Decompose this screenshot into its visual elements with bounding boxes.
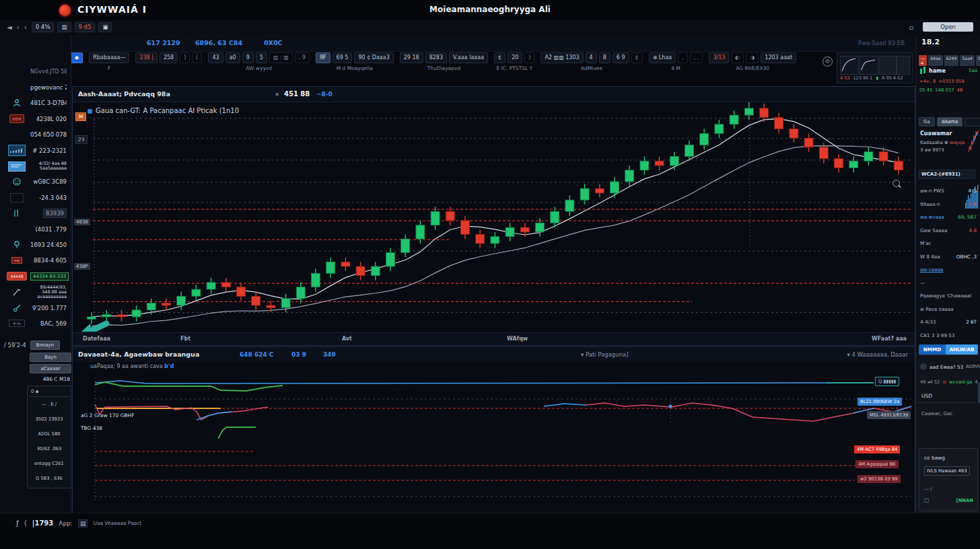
cta-button[interactable]: NMMD AHLW/AB — [919, 344, 978, 355]
candle-body[interactable] — [177, 296, 186, 305]
candle-body[interactable] — [386, 253, 395, 266]
detail-row-9[interactable]: w Pava oaaaa — [920, 303, 977, 316]
price-badge-0[interactable]: Q ▮▮▮▮▮ — [875, 377, 899, 386]
candle-body[interactable] — [551, 211, 559, 223]
right-panel-subtab-1[interactable]: dAama — [937, 117, 963, 126]
lower-left-row-1[interactable]: 3502 23923 — [29, 412, 69, 427]
price-badge-4[interactable]: 4M Agqqqaal BK — [855, 460, 899, 468]
sidebar-item-13[interactable]: 4444844334 63-333 — [0, 268, 71, 284]
price-badge-3[interactable]: 4M AC7 498qa 84 — [854, 445, 900, 453]
candle-body[interactable] — [147, 303, 155, 310]
toolbar-button[interactable]: 8 — [599, 52, 610, 63]
candle-body[interactable] — [117, 315, 126, 317]
price-badge-2[interactable]: MSL 49313/8139 — [867, 411, 911, 419]
candle-body[interactable] — [296, 287, 305, 299]
candle-body[interactable] — [595, 188, 604, 193]
nav-open-button[interactable]: Open — [923, 22, 973, 32]
toolbar-button[interactable]: ) — [180, 52, 190, 63]
candle-body[interactable] — [640, 161, 649, 170]
candle-body[interactable] — [580, 188, 589, 200]
detail-row-6[interactable]: aw-caaaa — [920, 263, 977, 277]
toolbar-button[interactable]: , . — [690, 52, 703, 63]
candle-body[interactable] — [670, 156, 678, 166]
toolbar-button[interactable]: 5 — [256, 52, 267, 63]
sidebar-item-14[interactable]: 89/4444/93, 348-88 aaa avaaaaaaaaa — [0, 284, 71, 299]
lower-left-button-2[interactable]: aCaaaar — [30, 364, 71, 373]
sidebar-item-16[interactable]: 4 mBAC, 569 — [0, 316, 71, 331]
cta-right-label[interactable]: AHLW/AB — [946, 344, 978, 355]
right-panel-tab-1[interactable]: 64aa — [928, 55, 942, 66]
candle-body[interactable] — [864, 152, 873, 161]
candle-body[interactable] — [267, 305, 275, 307]
toolbar-button[interactable]: a0 — [225, 52, 240, 63]
candle-body[interactable] — [655, 161, 664, 166]
candle-body[interactable] — [102, 315, 111, 317]
sidebar-item-1[interactable]: pgewovanc 2.88-4 ❙ — [0, 79, 71, 95]
toolbar-button[interactable]: V.aaa laaaa — [449, 52, 488, 63]
candle-body[interactable] — [192, 289, 201, 296]
watch-row-3[interactable]: 05 45548 0174B — [919, 87, 977, 93]
candle-body[interactable] — [371, 266, 380, 276]
toolbar-button[interactable]: ◑ — [746, 52, 759, 63]
toolbar-button[interactable]: 90 ¢ Daaa3 — [354, 52, 393, 63]
detail-row-3[interactable]: Gaw 5aaaa4.8 — [920, 224, 977, 237]
watch-row-symbol[interactable]: hame5aa — [919, 66, 977, 75]
toolbar-button[interactable]: ▥ : ▥ — [269, 52, 293, 63]
toolbar-button[interactable]: 29 18 — [400, 52, 423, 63]
sidebar-item-0[interactable]: NGvvd.JTD 58 — [0, 64, 71, 79]
chat-header-right[interactable]: AGfhfv 6 — [966, 364, 980, 369]
red-box-icon[interactable]: H5H — [9, 114, 25, 123]
toolbar-button[interactable]: ◐ — [731, 52, 744, 63]
nav-button-1[interactable]: ▥ — [57, 22, 71, 32]
nav-button-2[interactable]: 9 d5 — [75, 22, 96, 32]
toolbar-button[interactable]: ◆ — [71, 52, 83, 63]
toolbar-button[interactable]: 238 | — [135, 52, 158, 63]
lower-left-row-4[interactable]: entagg C261 — [29, 456, 69, 471]
candle-body[interactable] — [536, 223, 545, 232]
chart-side-button-23[interactable]: 23 — [75, 135, 88, 144]
position-card-icon[interactable]: ▢ — [924, 497, 930, 503]
candle-body[interactable] — [491, 237, 499, 244]
toolbar-button[interactable]: 9F — [316, 52, 330, 63]
right-panel-tab-0[interactable]: —4 — [919, 55, 927, 66]
candle-body[interactable] — [760, 108, 769, 118]
indicator-chart[interactable] — [73, 347, 913, 512]
sidebar-item-15[interactable]: 9'200 1.777 — [0, 300, 71, 316]
sidebar-item-4[interactable]: 054 650 078 — [0, 127, 71, 143]
window-icon[interactable]: ▫ — [909, 24, 914, 31]
prev2-icon[interactable]: ‹ — [24, 24, 27, 31]
candle-body[interactable] — [207, 283, 215, 289]
detail-row-5[interactable]: W 8 4aaOBHC ,3 — [920, 250, 977, 264]
nav-button-0[interactable]: 0 4⅝ — [32, 22, 55, 32]
chart-side-button-m[interactable]: M — [75, 112, 86, 121]
candle-body[interactable] — [520, 227, 529, 232]
sidebar-item-11[interactable]: 1693 24.4500 — [0, 237, 71, 252]
chart-legend-title[interactable]: Gaua can-GT: A Pacanpaac AI Pticak (1n10 — [96, 107, 239, 114]
candle-body[interactable] — [88, 317, 96, 319]
toolbar-button[interactable]: 3/13 — [709, 52, 729, 63]
candle-body[interactable] — [565, 200, 574, 211]
sidebar-item-9[interactable]: 83939 — [0, 206, 71, 221]
candle-body[interactable] — [744, 108, 753, 115]
sidebar-item-5[interactable]: # 223-2321 — [0, 143, 71, 158]
toolbar-button[interactable]: ¢ — [494, 52, 505, 63]
sidebar-item-12[interactable]: cia8834-4 605 — [0, 253, 71, 268]
price-badge-5[interactable]: w2 90138-33 99 — [858, 475, 901, 483]
nav-button-3[interactable]: ▣ — [98, 22, 112, 32]
indicator-dropdown-1[interactable]: ▾ Pati Pagaguna] — [581, 351, 629, 358]
toolbar-button[interactable]: 8283 — [425, 52, 447, 63]
candlestick-chart[interactable] — [73, 102, 913, 332]
right-panel-subtab-0[interactable]: Ga — [919, 117, 935, 126]
toolbar-button[interactable]: 4 — [586, 52, 597, 63]
status-badge-icon[interactable]: ▤ — [78, 519, 88, 527]
red-button[interactable]: 44448 — [7, 272, 26, 281]
lower-left-button-1[interactable]: Bayn — [30, 353, 71, 362]
blue-chart-icon[interactable] — [8, 145, 26, 156]
lower-left-row-0[interactable]: — . E / — [29, 397, 69, 412]
verified-badge-icon[interactable]: ◎ — [823, 57, 833, 67]
candle-body[interactable] — [804, 138, 813, 147]
candle-body[interactable] — [446, 211, 454, 221]
right-panel-tab-3[interactable]: 5aa4 — [960, 55, 974, 66]
candle-body[interactable] — [790, 129, 798, 139]
cta-left-label[interactable]: NMMD — [919, 344, 946, 355]
